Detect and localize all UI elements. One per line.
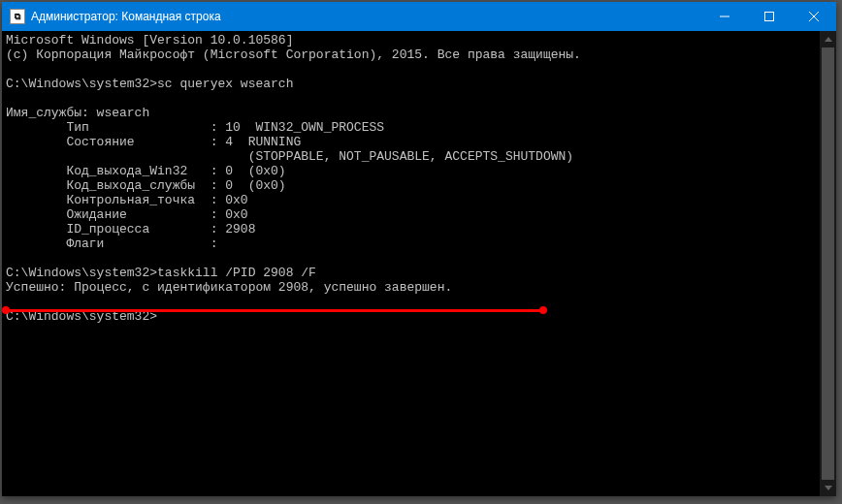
typed-command: taskkill /PID 2908 /F xyxy=(157,266,316,280)
output-line: Код_выхода_службы : 0 (0x0) xyxy=(6,178,286,193)
terminal-area: Microsoft Windows [Version 10.0.10586] (… xyxy=(2,31,836,496)
terminal-output[interactable]: Microsoft Windows [Version 10.0.10586] (… xyxy=(2,31,820,496)
command-prompt-window: ⧉ Администратор: Командная строка Micros… xyxy=(2,2,836,496)
maximize-icon xyxy=(764,12,774,21)
output-line: Контрольная_точка : 0x0 xyxy=(6,193,248,207)
minimize-icon xyxy=(720,12,729,21)
svg-marker-5 xyxy=(825,486,832,490)
output-line: Имя_службы: wsearch xyxy=(6,106,149,120)
close-icon xyxy=(809,12,819,21)
close-button[interactable] xyxy=(792,2,836,31)
vertical-scrollbar[interactable] xyxy=(820,31,836,496)
output-line: Microsoft Windows [Version 10.0.10586] xyxy=(6,33,293,47)
output-line: (STOPPABLE, NOT_PAUSABLE, ACCEPTS_SHUTDO… xyxy=(6,149,573,164)
highlight-dot-left xyxy=(2,306,10,314)
output-line: Флаги : xyxy=(6,236,217,251)
output-line: Тип : 10 WIN32_OWN_PROCESS xyxy=(6,120,384,135)
maximize-button[interactable] xyxy=(747,2,792,31)
highlight-dot-right xyxy=(539,306,547,314)
svg-rect-1 xyxy=(765,13,774,21)
window-title: Администратор: Командная строка xyxy=(31,10,702,23)
chevron-up-icon xyxy=(825,37,832,42)
scroll-down-button[interactable] xyxy=(820,480,836,496)
scroll-up-button[interactable] xyxy=(820,31,836,47)
highlight-underline xyxy=(6,309,543,312)
scroll-thumb[interactable] xyxy=(822,47,834,480)
minimize-button[interactable] xyxy=(702,2,747,31)
output-line: Успешно: Процесс, с идентификатором 2908… xyxy=(6,280,452,295)
app-icon-glyph: ⧉ xyxy=(15,12,20,22)
prompt: C:\Windows\system32> xyxy=(6,77,157,91)
svg-marker-4 xyxy=(825,37,832,42)
output-line: Состояние : 4 RUNNING xyxy=(6,135,301,149)
titlebar[interactable]: ⧉ Администратор: Командная строка xyxy=(2,2,836,31)
typed-command: sc queryex wsearch xyxy=(157,77,293,91)
scroll-track[interactable] xyxy=(820,47,836,480)
output-line: Код_выхода_Win32 : 0 (0x0) xyxy=(6,164,286,178)
output-line: (c) Корпорация Майкрософт (Microsoft Cor… xyxy=(6,47,581,62)
output-line: ID_процесса : 2908 xyxy=(6,222,255,236)
output-line: Ожидание : 0x0 xyxy=(6,207,248,222)
window-controls xyxy=(702,2,836,31)
app-icon: ⧉ xyxy=(10,9,25,24)
chevron-down-icon xyxy=(825,486,832,490)
prompt: C:\Windows\system32> xyxy=(6,266,157,280)
